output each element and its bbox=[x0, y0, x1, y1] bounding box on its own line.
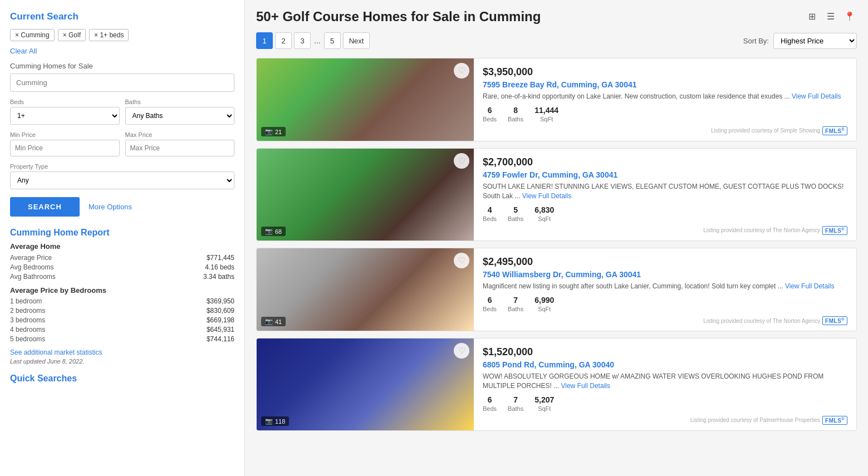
filter-tag-beds[interactable]: × 1+ beds bbox=[89, 29, 129, 41]
market-stats-link[interactable]: See additional market statistics bbox=[10, 349, 234, 356]
listing-description: WOW! ABSOLUTELY GORGEOUS HOME w/ AMAZING… bbox=[483, 372, 847, 391]
listing-card: ♡ 📷 68 $2,700,000 4759 Fowler Dr, Cummin… bbox=[256, 148, 857, 241]
avg-price-by-bedrooms-label: Average Price by Bedrooms bbox=[10, 286, 234, 295]
favorite-button[interactable]: ♡ bbox=[454, 343, 469, 359]
photo-count: 📷 68 bbox=[261, 227, 286, 236]
avg-price-label: Average Price bbox=[10, 254, 52, 262]
camera-icon: 📷 bbox=[265, 128, 273, 135]
listing-photo bbox=[257, 248, 474, 331]
baths-select[interactable]: Any Baths 1+ 2+ 3+ bbox=[125, 107, 235, 125]
view-details-link[interactable]: View Full Details bbox=[785, 282, 834, 290]
listing-address[interactable]: 4759 Fowler Dr, Cumming, GA 30041 bbox=[483, 170, 847, 179]
avg-bedrooms-value: 4.16 beds bbox=[205, 263, 234, 271]
property-type-select[interactable]: Any Single Family Condo Townhouse bbox=[10, 171, 234, 189]
fmls-badge: FMLS® bbox=[822, 126, 847, 135]
page-btn-1[interactable]: 1 bbox=[256, 32, 273, 49]
stat-baths: 7 Baths bbox=[508, 395, 523, 413]
baths-label: Baths bbox=[125, 99, 235, 105]
avg-price-value: $771,445 bbox=[207, 254, 234, 262]
stat-sqft: 5,207 SqFt bbox=[534, 395, 554, 413]
favorite-button[interactable]: ♡ bbox=[454, 253, 469, 268]
camera-icon: 📷 bbox=[265, 318, 273, 325]
page-btn-2[interactable]: 2 bbox=[275, 32, 292, 49]
pagination: 1 2 3 ... 5 Next bbox=[256, 32, 370, 49]
listing-image: ♡ 📷 68 bbox=[257, 149, 474, 241]
home-report-title: Cumming Home Report bbox=[10, 228, 234, 238]
photo-count: 📷 21 bbox=[261, 127, 286, 136]
average-home-label: Average Home bbox=[10, 242, 234, 251]
listing-info: $2,495,000 7540 Williamsberg Dr, Cumming… bbox=[474, 248, 856, 331]
fmls-badge: FMLS® bbox=[822, 316, 847, 325]
max-price-input[interactable] bbox=[125, 140, 235, 156]
photo-count: 📷 41 bbox=[261, 317, 286, 326]
avg-bathrooms-label: Avg Bathrooms bbox=[10, 273, 56, 281]
page-title: 50+ Golf Course Homes for Sale in Cummin… bbox=[256, 9, 541, 24]
fmls-badge: FMLS® bbox=[822, 226, 847, 235]
listing-address[interactable]: 7540 Williamsberg Dr, Cumming, GA 30041 bbox=[483, 270, 847, 279]
listing-card: ♡ 📷 118 $1,520,000 6805 Pond Rd, Cumming… bbox=[256, 338, 857, 431]
view-details-link[interactable]: View Full Details bbox=[561, 382, 610, 390]
fmls-badge: FMLS® bbox=[822, 416, 847, 425]
search-button[interactable]: SEARCH bbox=[10, 197, 80, 217]
bedroom-stat-row: 4 bedrooms$645,931 bbox=[10, 326, 234, 333]
stat-sqft: 6,830 SqFt bbox=[534, 205, 554, 223]
listing-info: $2,700,000 4759 Fowler Dr, Cumming, GA 3… bbox=[474, 149, 856, 241]
listing-stats: 4 Beds 5 Baths 6,830 SqFt bbox=[483, 205, 847, 223]
last-updated-text: Last updated June 8, 2022. bbox=[10, 358, 234, 365]
filter-tag-cumming[interactable]: × Cumming bbox=[10, 29, 55, 41]
photo-count: 📷 118 bbox=[261, 416, 289, 426]
sidebar: Current Search × Cumming × Golf × 1+ bed… bbox=[0, 0, 245, 476]
view-details-link[interactable]: View Full Details bbox=[792, 92, 841, 100]
beds-label: Beds bbox=[10, 99, 120, 105]
listing-card: ♡ 📷 21 $3,950,000 7595 Breeze Bay Rd, Cu… bbox=[256, 58, 857, 141]
max-price-label: Max Price bbox=[125, 131, 235, 138]
more-options-link[interactable]: More Options bbox=[89, 203, 132, 211]
listing-stats: 6 Beds 8 Baths 11,444 SqFt bbox=[483, 106, 847, 123]
min-price-input[interactable] bbox=[10, 140, 120, 156]
listing-card: ♡ 📷 41 $2,495,000 7540 Williamsberg Dr, … bbox=[256, 248, 857, 331]
listing-photo bbox=[257, 338, 474, 430]
camera-icon: 📷 bbox=[265, 418, 273, 425]
avg-bathrooms-value: 3.34 baths bbox=[203, 273, 234, 281]
stat-beds: 4 Beds bbox=[483, 205, 497, 223]
stat-baths: 5 Baths bbox=[508, 205, 523, 223]
stat-sqft: 6,990 SqFt bbox=[534, 296, 554, 313]
courtesy-text: Listing provided courtesy of Simple Show… bbox=[711, 127, 820, 134]
listing-address[interactable]: 6805 Pond Rd, Cumming, GA 30040 bbox=[483, 360, 847, 369]
bedroom-stat-row: 3 bedrooms$669,198 bbox=[10, 316, 234, 324]
stat-sqft: 11,444 SqFt bbox=[534, 106, 558, 123]
listing-address[interactable]: 7595 Breeze Bay Rd, Cumming, GA 30041 bbox=[483, 80, 847, 89]
favorite-button[interactable]: ♡ bbox=[454, 63, 469, 78]
favorite-button[interactable]: ♡ bbox=[454, 153, 469, 169]
current-search-title: Current Search bbox=[10, 11, 234, 22]
listing-footer: Listing provided courtesy of The Norton … bbox=[483, 316, 847, 325]
avg-bedrooms-label: Avg Bedrooms bbox=[10, 263, 54, 271]
listing-info: $3,950,000 7595 Breeze Bay Rd, Cumming, … bbox=[474, 58, 856, 141]
stat-baths: 7 Baths bbox=[508, 296, 523, 313]
sort-select[interactable]: Highest Price Lowest Price Newest Oldest bbox=[773, 33, 857, 49]
page-btn-5[interactable]: 5 bbox=[324, 32, 341, 49]
beds-select[interactable]: 1+ 2+ 3+ 4+ 5+ bbox=[10, 107, 120, 125]
filter-tag-golf[interactable]: × Golf bbox=[58, 29, 86, 41]
listing-description: Magnificent new listing in sought after … bbox=[483, 282, 847, 291]
bedroom-stat-row: 5 bedrooms$744,116 bbox=[10, 335, 234, 343]
bedroom-stat-row: 2 bedrooms$830,609 bbox=[10, 307, 234, 315]
courtesy-text: Listing provided courtesy of The Norton … bbox=[703, 227, 820, 233]
view-details-link[interactable]: View Full Details bbox=[522, 192, 571, 200]
courtesy-text: Listing provided courtesy of PalmerHouse… bbox=[690, 417, 820, 423]
page-dots: ... bbox=[313, 36, 322, 45]
courtesy-text: Listing provided courtesy of The Norton … bbox=[703, 318, 820, 324]
location-input[interactable] bbox=[10, 73, 234, 92]
listing-footer: Listing provided courtesy of PalmerHouse… bbox=[483, 416, 847, 425]
map-view-icon[interactable]: 📍 bbox=[842, 9, 857, 23]
grid-view-icon[interactable]: ⊞ bbox=[805, 9, 819, 23]
page-btn-3[interactable]: 3 bbox=[294, 32, 311, 49]
main-content: 50+ Golf Course Homes for Sale in Cummin… bbox=[245, 0, 868, 476]
page-btn-next[interactable]: Next bbox=[343, 32, 370, 49]
listing-info: $1,520,000 6805 Pond Rd, Cumming, GA 300… bbox=[474, 338, 856, 430]
stat-beds: 6 Beds bbox=[483, 296, 497, 313]
clear-all-link[interactable]: Clear All bbox=[10, 47, 234, 55]
list-view-icon[interactable]: ☰ bbox=[823, 9, 838, 23]
stat-beds: 6 Beds bbox=[483, 106, 497, 123]
listing-description: Rare, one-of-a-kind opportunity on Lake … bbox=[483, 92, 847, 101]
